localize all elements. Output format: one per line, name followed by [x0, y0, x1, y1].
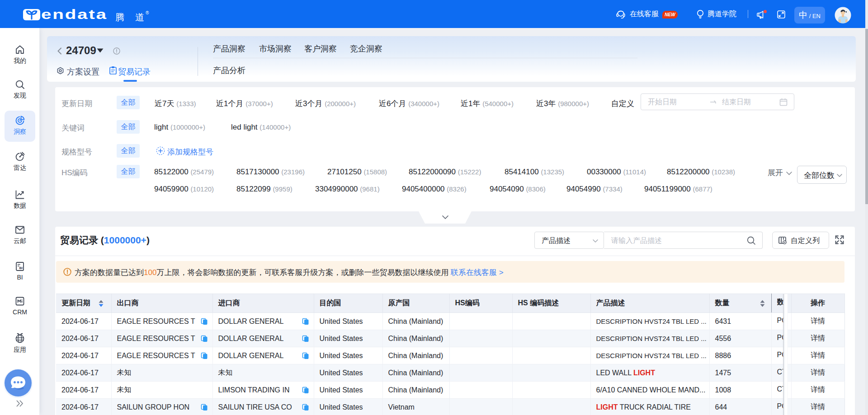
- svg-text:BI: BI: [19, 266, 23, 270]
